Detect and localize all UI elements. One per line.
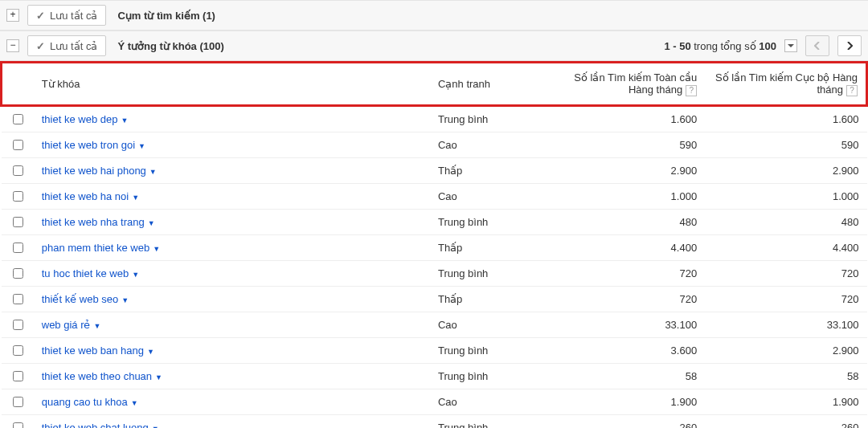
competition-cell: Cao: [430, 132, 543, 157]
row-checkbox[interactable]: [13, 294, 23, 304]
col-checkbox: [2, 63, 34, 106]
table-row: thiet ke web tron goi▼Cao590590: [2, 132, 867, 157]
row-checkbox[interactable]: [13, 114, 23, 124]
global-searches-cell: 590: [543, 132, 705, 157]
local-searches-cell: 1.600: [705, 105, 866, 132]
save-all-button[interactable]: ✓ Lưu tất cả: [27, 35, 106, 56]
chevron-down-icon[interactable]: ▼: [155, 373, 162, 381]
keyword-link[interactable]: thiet ke web ha noi: [42, 190, 129, 202]
keyword-link[interactable]: thiet ke web tron goi: [42, 139, 135, 151]
keyword-link[interactable]: thiet ke web ban hang: [42, 344, 144, 357]
local-searches-cell: 1.900: [705, 389, 866, 414]
check-icon: ✓: [36, 40, 45, 52]
keyword-link[interactable]: thiet ke web nha trang: [42, 216, 145, 228]
row-checkbox[interactable]: [13, 165, 23, 176]
help-icon[interactable]: ?: [846, 85, 858, 96]
chevron-down-icon[interactable]: ▼: [121, 116, 128, 124]
global-searches-cell: 1.000: [543, 183, 705, 209]
keyword-link[interactable]: thiết kế web seo: [42, 293, 119, 305]
local-searches-cell: 1.000: [705, 183, 866, 209]
table-row: tu hoc thiet ke web▼Trung bình720720: [2, 260, 867, 286]
prev-page-button: [805, 35, 829, 56]
local-searches-cell: 33.100: [705, 312, 866, 337]
chevron-down-icon[interactable]: ▼: [121, 296, 129, 304]
row-checkbox[interactable]: [13, 191, 23, 202]
table-row: thiết kế web seo▼Thấp720720: [2, 286, 867, 312]
keyword-link[interactable]: tu hoc thiet ke web: [42, 267, 129, 279]
panel-title: Cụm từ tìm kiếm (1): [117, 10, 215, 22]
chevron-down-icon[interactable]: ▼: [138, 142, 145, 150]
pager-range: 1 - 50: [664, 40, 690, 52]
chevron-down-icon[interactable]: ▼: [153, 245, 160, 253]
row-checkbox[interactable]: [13, 217, 23, 227]
row-checkbox[interactable]: [13, 140, 23, 150]
local-searches-cell: 720: [705, 286, 866, 312]
competition-cell: Cao: [430, 389, 543, 414]
keyword-link[interactable]: thiet ke web hai phong: [42, 165, 146, 177]
global-searches-cell: 2.900: [543, 157, 705, 183]
page-size-dropdown[interactable]: [784, 39, 797, 52]
keyword-link[interactable]: web giá rẻ: [42, 319, 91, 331]
table-header-row: Từ khóa Cạnh tranh Số lần Tìm kiếm Toàn …: [2, 63, 867, 106]
panel-title: Ý tưởng từ khóa (100): [117, 40, 223, 52]
row-checkbox[interactable]: [13, 243, 23, 253]
row-checkbox[interactable]: [13, 268, 23, 279]
chevron-down-icon[interactable]: ▼: [132, 271, 139, 279]
pager-text: 1 - 50 trong tổng số 100: [664, 40, 776, 52]
global-searches-cell: 1.600: [543, 105, 705, 132]
chevron-down-icon[interactable]: ▼: [94, 322, 101, 330]
row-checkbox[interactable]: [13, 397, 23, 407]
table-row: web giá rẻ▼Cao33.10033.100: [2, 312, 867, 337]
competition-cell: Trung bình: [430, 414, 543, 428]
plus-icon: +: [10, 10, 15, 19]
save-all-button[interactable]: ✓ Lưu tất cả: [27, 5, 106, 26]
chevron-down-icon[interactable]: ▼: [148, 219, 155, 227]
competition-cell: Thấp: [430, 234, 543, 260]
row-checkbox[interactable]: [13, 371, 23, 381]
global-searches-cell: 58: [543, 363, 705, 389]
keyword-link[interactable]: thiet ke web chat luong: [42, 422, 149, 428]
competition-cell: Trung bình: [430, 209, 543, 234]
local-searches-cell: 590: [705, 132, 866, 157]
chevron-right-icon: [846, 42, 853, 50]
competition-cell: Trung bình: [430, 260, 543, 286]
table-row: phan mem thiet ke web▼Thấp4.4004.400: [2, 234, 867, 260]
row-checkbox[interactable]: [13, 345, 23, 356]
expand-toggle[interactable]: +: [6, 9, 19, 22]
col-local-searches[interactable]: Số lần Tìm kiếm Cục bộ Hàng tháng?: [705, 63, 866, 106]
global-searches-cell: 1.900: [543, 389, 705, 414]
help-icon[interactable]: ?: [686, 85, 697, 96]
panel-search-terms: + ✓ Lưu tất cả Cụm từ tìm kiếm (1): [0, 0, 868, 31]
global-searches-cell: 480: [543, 209, 705, 234]
col-competition[interactable]: Cạnh tranh: [430, 63, 543, 106]
chevron-down-icon[interactable]: ▼: [131, 399, 138, 407]
local-searches-cell: 4.400: [705, 234, 866, 260]
keyword-table: Từ khóa Cạnh tranh Số lần Tìm kiếm Toàn …: [0, 61, 868, 428]
chevron-down-icon[interactable]: ▼: [132, 194, 139, 202]
col-global-searches[interactable]: Số lần Tìm kiếm Toàn cầu Hàng tháng?: [543, 63, 705, 106]
table-row: thiet ke web nha trang▼Trung bình480480: [2, 209, 867, 234]
global-searches-cell: 720: [543, 286, 705, 312]
row-checkbox[interactable]: [13, 320, 23, 330]
competition-cell: Trung bình: [430, 105, 543, 132]
chevron-down-icon[interactable]: ▼: [152, 425, 159, 428]
pager-total: 100: [759, 40, 776, 52]
competition-cell: Thấp: [430, 157, 543, 183]
keyword-link[interactable]: thiet ke web theo chuan: [42, 370, 152, 382]
check-icon: ✓: [36, 10, 45, 22]
keyword-link[interactable]: quang cao tu khoa: [42, 396, 128, 408]
row-checkbox[interactable]: [13, 422, 23, 428]
minus-icon: −: [10, 40, 15, 50]
next-page-button[interactable]: [837, 35, 862, 56]
competition-cell: Thấp: [430, 286, 543, 312]
chevron-down-icon[interactable]: ▼: [149, 168, 157, 176]
global-searches-cell: 4.400: [543, 234, 705, 260]
collapse-toggle[interactable]: −: [6, 39, 19, 52]
global-searches-cell: 33.100: [543, 312, 705, 337]
col-keyword[interactable]: Từ khóa: [34, 63, 430, 106]
keyword-link[interactable]: phan mem thiet ke web: [42, 242, 149, 254]
chevron-down-icon[interactable]: ▼: [147, 348, 154, 356]
keyword-link[interactable]: thiet ke web dep: [42, 113, 118, 125]
chevron-down-icon: [788, 43, 794, 49]
table-row: thiet ke web ha noi▼Cao1.0001.000: [2, 183, 867, 209]
